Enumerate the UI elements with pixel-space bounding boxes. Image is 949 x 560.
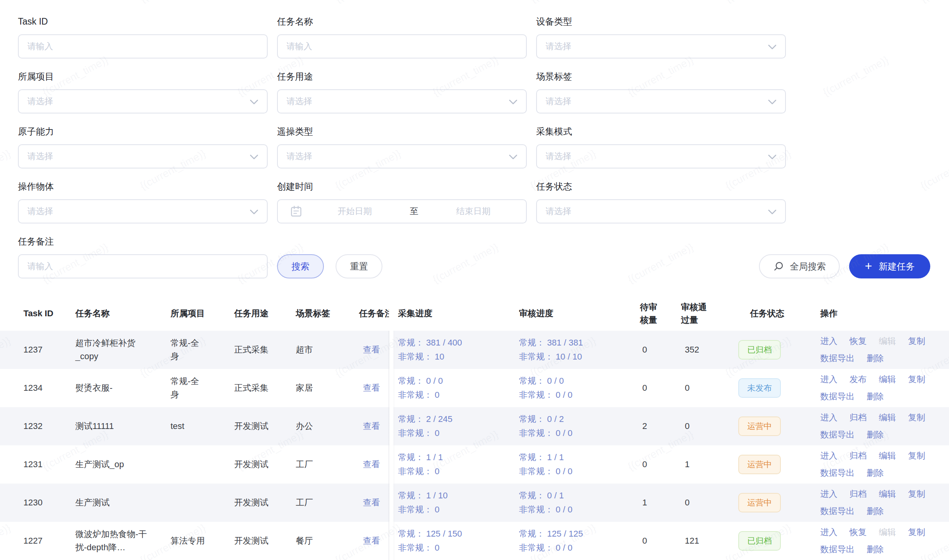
- cell-approved-count: 1: [678, 459, 738, 470]
- daterange-end-input[interactable]: 结束日期: [421, 206, 526, 217]
- action-link[interactable]: 归档: [849, 412, 867, 424]
- daterange-start-input[interactable]: 开始日期: [302, 206, 407, 217]
- action-link[interactable]: 进入: [820, 526, 837, 538]
- filter-field: Task ID: [18, 16, 268, 58]
- action-link[interactable]: 复制: [908, 526, 925, 538]
- cell-scene: 工厂: [296, 497, 359, 509]
- filter-text-control[interactable]: [18, 34, 268, 58]
- action-link[interactable]: 数据导出: [820, 353, 855, 364]
- filter-daterange-control[interactable]: 开始日期 至 结束日期: [277, 199, 527, 223]
- view-remark-link[interactable]: 查看: [363, 459, 380, 469]
- filter-input[interactable]: [19, 41, 267, 51]
- global-search-button[interactable]: 全局搜索: [759, 254, 840, 278]
- action-link[interactable]: 删除: [867, 505, 884, 517]
- cell-actions: 进入归档编辑复制数据导出删除: [814, 450, 943, 479]
- filter-select-control[interactable]: 请选择: [536, 89, 786, 113]
- action-link[interactable]: 进入: [820, 450, 837, 462]
- cell-status: 未发布: [738, 378, 814, 398]
- action-link[interactable]: 进入: [820, 374, 837, 385]
- create-task-button[interactable]: + 新建任务: [849, 254, 930, 278]
- chevron-down-icon: [509, 154, 517, 160]
- column-header-remark: 任务备注: [359, 308, 389, 319]
- row-fixed-left: 1231 生产测试_op 开发测试 工厂 查看: [0, 445, 389, 484]
- row-fixed-left: 1227 微波炉加热食物-干扰-depth降… 算法专用 开发测试 餐厅 查看: [0, 522, 389, 560]
- filter-select-control[interactable]: 请选择: [277, 144, 527, 168]
- search-button[interactable]: 搜索: [277, 254, 324, 278]
- view-remark-link[interactable]: 查看: [363, 498, 380, 507]
- filter-select-control[interactable]: 请选择: [18, 89, 268, 113]
- action-link[interactable]: 编辑: [879, 450, 896, 462]
- cell-task-id: 1232: [0, 421, 75, 431]
- action-link[interactable]: 删除: [867, 429, 884, 441]
- progress-line: 非常规： 0 / 0: [519, 464, 637, 478]
- action-link[interactable]: 数据导出: [820, 467, 855, 479]
- cell-collect-progress: 常规： 2 / 245 非常规： 0: [395, 412, 516, 440]
- table-header: Task ID 任务名称 所属项目 任务用途 场景标签 任务备注 采集进度 审核…: [0, 296, 949, 331]
- action-link[interactable]: 数据导出: [820, 544, 855, 555]
- filter-input[interactable]: [278, 41, 526, 51]
- action-link[interactable]: 复制: [908, 488, 925, 500]
- action-link[interactable]: 恢复: [849, 335, 867, 347]
- cell-pending-count: 1: [637, 498, 678, 508]
- filter-select-control[interactable]: 请选择: [536, 144, 786, 168]
- filter-field: 任务用途 请选择: [277, 71, 527, 113]
- table-row: 1230 生产测试 开发测试 工厂 查看 常规： 1 / 10 非常规： 0 常…: [0, 484, 949, 522]
- header-fixed-left: Task ID 任务名称 所属项目 任务用途 场景标签 任务备注: [0, 296, 389, 331]
- action-link[interactable]: 进入: [820, 335, 837, 347]
- filter-select-control[interactable]: 请选择: [18, 199, 268, 223]
- select-placeholder: 请选择: [19, 96, 267, 107]
- cell-actions: 进入恢复编辑复制数据导出删除: [814, 526, 943, 555]
- action-link[interactable]: 复制: [908, 450, 925, 462]
- view-remark-link[interactable]: 查看: [363, 345, 380, 354]
- view-remark-link[interactable]: 查看: [363, 421, 380, 431]
- filter-select-control[interactable]: 请选择: [536, 34, 786, 58]
- filter-field-label: 场景标签: [536, 71, 786, 82]
- filter-input[interactable]: [19, 261, 267, 271]
- action-link[interactable]: 编辑: [879, 488, 896, 500]
- action-link[interactable]: 编辑: [879, 526, 896, 538]
- status-badge: 未发布: [738, 378, 781, 398]
- action-link[interactable]: 复制: [908, 335, 925, 347]
- action-link[interactable]: 复制: [908, 374, 925, 385]
- action-link[interactable]: 发布: [849, 374, 867, 385]
- action-link[interactable]: 删除: [867, 353, 884, 364]
- reset-button[interactable]: 重置: [336, 254, 382, 278]
- action-link[interactable]: 编辑: [879, 412, 896, 424]
- column-header-pending: 待审核量: [637, 301, 678, 326]
- filter-text-control[interactable]: [277, 34, 527, 58]
- action-link[interactable]: 进入: [820, 412, 837, 424]
- progress-line: 常规： 2 / 245: [398, 412, 516, 426]
- table-row: 1231 生产测试_op 开发测试 工厂 查看 常规： 1 / 1 非常规： 0…: [0, 445, 949, 484]
- filter-select-control[interactable]: 请选择: [277, 89, 527, 113]
- action-link[interactable]: 删除: [867, 391, 884, 402]
- action-link[interactable]: 删除: [867, 544, 884, 555]
- action-link[interactable]: 归档: [849, 450, 867, 462]
- action-link[interactable]: 恢复: [849, 526, 867, 538]
- select-placeholder: 请选择: [537, 151, 785, 162]
- progress-line: 常规： 0 / 1: [519, 489, 637, 503]
- filter-select-control[interactable]: 请选择: [18, 144, 268, 168]
- action-link[interactable]: 删除: [867, 467, 884, 479]
- action-link[interactable]: 复制: [908, 412, 925, 424]
- action-link[interactable]: 数据导出: [820, 505, 855, 517]
- plus-icon: +: [865, 260, 872, 272]
- action-link[interactable]: 归档: [849, 488, 867, 500]
- column-header-task-name: 任务名称: [75, 307, 171, 320]
- row-scroll-right: 常规： 381 / 400 非常规： 10 常规： 381 / 381 非常规：…: [389, 331, 949, 369]
- action-link[interactable]: 数据导出: [820, 391, 855, 402]
- filter-select-control[interactable]: 请选择: [536, 199, 786, 223]
- cell-review-progress: 常规： 0 / 0 非常规： 0 / 0: [516, 374, 637, 402]
- action-link[interactable]: 编辑: [879, 335, 896, 347]
- view-remark-link[interactable]: 查看: [363, 383, 380, 393]
- table-row: 1237 超市冷鲜柜补货_copy 常规-全身 正式采集 超市 查看 常规： 3…: [0, 331, 949, 369]
- column-header-approved: 审核通过量: [678, 301, 738, 326]
- cell-approved-count: 0: [678, 421, 738, 431]
- cell-pending-count: 0: [637, 536, 678, 546]
- view-remark-link[interactable]: 查看: [363, 536, 380, 546]
- filter-field: 任务名称: [277, 16, 527, 58]
- action-link[interactable]: 进入: [820, 488, 837, 500]
- action-link[interactable]: 编辑: [879, 374, 896, 385]
- cell-remark: 查看: [359, 420, 389, 432]
- action-link[interactable]: 数据导出: [820, 429, 855, 441]
- filter-text-control[interactable]: [18, 254, 268, 278]
